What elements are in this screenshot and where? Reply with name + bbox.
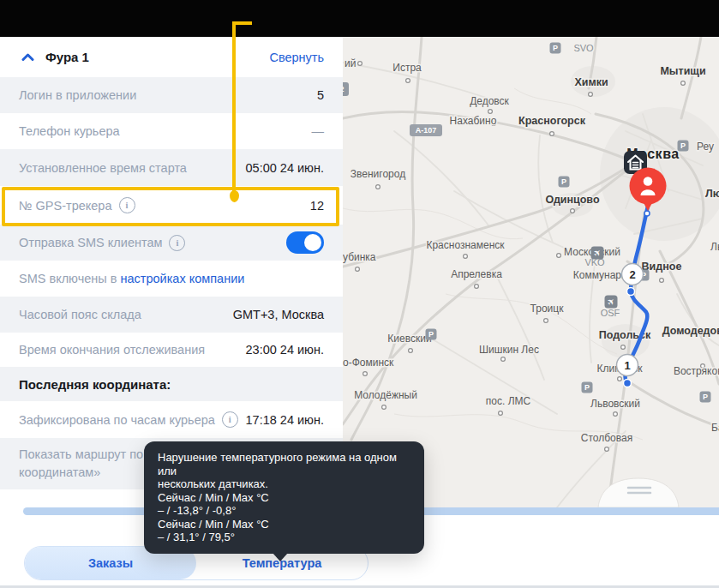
map-city-dot [557, 254, 561, 258]
map-city-dot [571, 209, 575, 213]
map-label: Мытищи [660, 65, 705, 77]
section-title: Последняя координата: [19, 377, 171, 392]
map-city-dot [499, 411, 503, 416]
row-label: Зафиксирована по часам курьера [19, 413, 215, 427]
row-courier-phone: Телефон курьера — [0, 113, 343, 149]
sms-toggle[interactable] [286, 231, 324, 254]
map-city-dot [605, 447, 609, 452]
row-label: Часовой пояс склада [19, 308, 141, 321]
railway-badge-icon: Р [426, 329, 437, 340]
railway-badge-icon: Р [550, 43, 561, 54]
row-value: GMT+3, Москва [233, 308, 324, 321]
row-label: SMS включены в настройках компании [19, 272, 244, 285]
row-sms-sending: Отправка SMS клиентам [0, 225, 343, 261]
row-timezone: Часовой пояс склада GMT+3, Москва [0, 297, 343, 333]
top-black-bar [0, 0, 719, 37]
airport-badge-icon: ✈ [590, 246, 603, 259]
route-waypoint-marker[interactable]: 2 [622, 264, 644, 285]
map-city-dot [501, 357, 506, 362]
map-label: убинка [343, 251, 376, 263]
map-label: Домодедово [662, 325, 719, 337]
row-value: — [312, 124, 325, 138]
chevron-up-icon[interactable] [21, 52, 34, 62]
map-label: Одинцово [545, 194, 599, 206]
svg-text:Р: Р [428, 330, 434, 339]
route-point-dot [627, 288, 635, 296]
map-label: Лю [705, 188, 719, 200]
map[interactable]: ийИстраДедовскНахабиноКрасногорскSVOХимк… [343, 37, 719, 507]
row-value: 05:00 24 июн. [246, 161, 324, 175]
toggle-knob [304, 234, 321, 251]
map-label: Нахабино [450, 115, 497, 127]
tooltip-line: нескольких датчиках. [158, 477, 410, 491]
row-value: 23:00 24 июн. [246, 343, 324, 357]
row-value: 17:18 24 июн. [246, 413, 324, 427]
row-label: № GPS-трекера [19, 199, 112, 213]
road-badge: А-107 [410, 124, 442, 136]
row-label-line2: координатам» [19, 464, 100, 482]
tooltip-line: Сейчас / Min / Max °C [158, 491, 410, 505]
map-label: Ба [711, 422, 719, 434]
tooltip-line: – / 31,1° / 79,5° [158, 531, 410, 544]
map-city-dot [544, 319, 548, 323]
panel-header: Фура 1 Свернуть [0, 37, 343, 77]
map-city-dot [681, 81, 686, 86]
route-start-dot [644, 211, 650, 216]
tooltip-line: – / -13,8° / -0,8° [158, 504, 410, 518]
info-circle-icon[interactable] [169, 235, 185, 251]
map-city-dot [614, 412, 618, 417]
svg-text:2: 2 [629, 268, 635, 281]
row-login: Логин в приложении 5 [0, 77, 343, 113]
map-city-dot [464, 255, 468, 259]
map-label: Шишкин Лес [479, 344, 539, 356]
map-label: Химки [574, 76, 608, 88]
railway-badge-icon: Р [559, 177, 570, 188]
row-fixed-time: Зафиксирована по часам курьера 17:18 24 … [0, 401, 343, 438]
map-label: ий [345, 57, 356, 69]
map-label: Львовский [590, 398, 640, 410]
map-label: о-Фоминск [343, 357, 394, 369]
map-city-dot [550, 132, 554, 136]
map-city-dot [358, 62, 362, 66]
row-gps-tracker: № GPS-трекера 12 [0, 186, 343, 225]
airport-badge-icon: ✈ [604, 295, 617, 308]
map-label: SVO [573, 43, 594, 53]
map-label: Киевский [387, 333, 431, 345]
map-city-dot [382, 405, 386, 410]
svg-text:Р: Р [680, 141, 686, 150]
map-city-dot [660, 279, 664, 283]
company-settings-link[interactable]: настройках компании [121, 272, 245, 285]
row-value: 12 [310, 199, 324, 213]
info-circle-icon[interactable] [119, 197, 135, 213]
railway-badge-icon: Р [582, 382, 593, 393]
temperature-tooltip: Нарушение температурного режима на одном… [144, 441, 424, 554]
row-value: 5 [317, 88, 324, 102]
row-sms-note: SMS включены в настройках компании [0, 261, 343, 297]
row-start-time: Установленное время старта 05:00 24 июн. [0, 149, 343, 186]
map-label: OSF [601, 308, 620, 318]
map-label: Истра [392, 62, 422, 74]
map-city-dot [406, 79, 410, 83]
map-label: Молодёжный [354, 389, 417, 401]
row-label: Логин в приложении [19, 88, 136, 102]
row-label-line1: Показать маршрут по [19, 446, 143, 464]
row-label: Отправка SMS клиентам [19, 236, 162, 249]
svg-text:1: 1 [624, 359, 630, 372]
collapse-button[interactable]: Свернуть [269, 51, 324, 64]
info-circle-icon[interactable] [222, 411, 238, 428]
map-label: Звенигород [351, 168, 405, 180]
map-city-dot [356, 267, 360, 272]
map-label: пос. ЛМС [486, 395, 531, 407]
map-city-dot [363, 372, 368, 376]
tooltip-line: Нарушение температурного режима на одном… [158, 451, 410, 477]
map-city-dot [409, 349, 413, 353]
map-city-dot [618, 377, 622, 381]
map-city-dot [475, 285, 479, 289]
route-waypoint-marker[interactable]: 1 [617, 355, 638, 376]
map-label: Реу [697, 141, 714, 153]
row-label: Установленное время старта [19, 161, 187, 175]
map-label: Красногорск [518, 115, 586, 127]
row-last-coordinate-header: Последняя координата: [0, 367, 343, 401]
map-canvas[interactable]: ийИстраДедовскНахабиноКрасногорскSVOХимк… [343, 37, 719, 507]
map-label: Ль [710, 241, 719, 253]
